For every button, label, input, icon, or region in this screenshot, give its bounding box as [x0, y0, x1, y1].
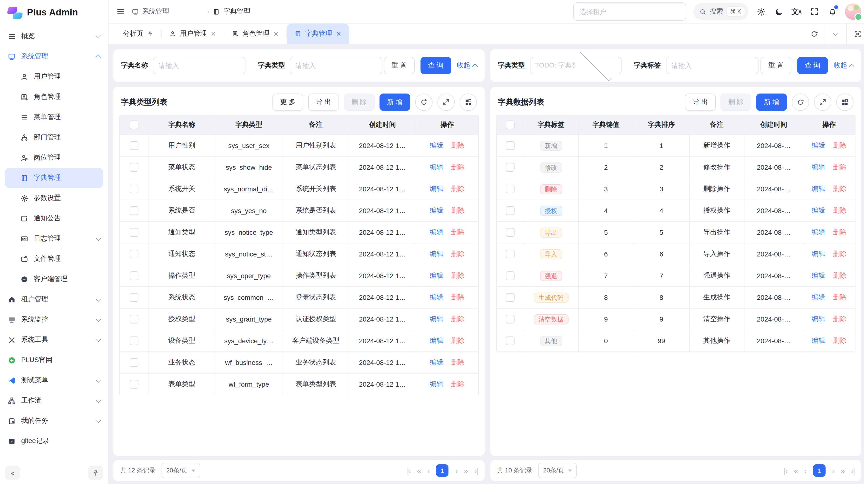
sidebar-item-system-management[interactable]: 系统管理: [0, 46, 108, 67]
sidebar-item-role-management[interactable]: 角色管理: [0, 87, 108, 107]
dict-label-input[interactable]: [666, 57, 758, 74]
edit-link[interactable]: 编辑: [812, 315, 825, 323]
row-checkbox[interactable]: [506, 293, 514, 302]
edit-link[interactable]: 编辑: [430, 228, 443, 237]
sidebar-item-system-tools[interactable]: 系统工具: [0, 330, 108, 350]
edit-link[interactable]: 编辑: [812, 206, 825, 215]
edit-link[interactable]: 编辑: [430, 206, 443, 215]
refresh-icon[interactable]: [415, 94, 432, 111]
row-checkbox[interactable]: [506, 141, 514, 150]
pin-icon[interactable]: [147, 31, 153, 37]
edit-link[interactable]: 编辑: [812, 293, 825, 302]
sidebar-item-menu-management[interactable]: 菜单管理: [0, 107, 108, 127]
close-icon[interactable]: ✕: [211, 30, 216, 37]
fast-prev-button[interactable]: «: [794, 466, 798, 475]
delete-link[interactable]: 删除: [833, 185, 846, 193]
sidebar-item-workflow[interactable]: 工作流: [0, 390, 108, 411]
row-checkbox[interactable]: [506, 315, 514, 323]
refresh-icon[interactable]: [792, 94, 809, 111]
prev-page-button[interactable]: ‹: [428, 466, 429, 475]
row-checkbox[interactable]: [130, 141, 138, 150]
row-checkbox[interactable]: [506, 271, 514, 280]
refresh-tab-icon[interactable]: [803, 24, 825, 44]
edit-link[interactable]: 编辑: [812, 228, 825, 237]
delete-link[interactable]: 删除: [833, 250, 846, 258]
edit-link[interactable]: 编辑: [812, 141, 825, 150]
sidebar-item-client-management[interactable]: ∞ 客户端管理: [0, 269, 108, 289]
delete-link[interactable]: 删除: [833, 315, 846, 323]
edit-link[interactable]: 编辑: [430, 293, 443, 302]
fast-next-button[interactable]: »: [841, 466, 845, 475]
tab-menu-chevron-icon[interactable]: [825, 24, 846, 44]
add-button[interactable]: 新 增: [756, 94, 787, 111]
sidebar-item-notice[interactable]: 通知公告: [0, 208, 108, 228]
sidebar-item-my-tasks[interactable]: 我的任务: [0, 411, 108, 431]
row-checkbox[interactable]: [506, 228, 514, 237]
row-checkbox[interactable]: [130, 271, 138, 280]
more-button[interactable]: 更 多: [273, 94, 303, 111]
sidebar-item-overview[interactable]: 概览: [0, 26, 108, 46]
row-checkbox[interactable]: [130, 228, 138, 237]
sidebar-item-user-management[interactable]: 用户管理: [0, 67, 108, 87]
delete-button[interactable]: 删 除: [720, 94, 751, 111]
sidebar-item-post-management[interactable]: 岗位管理: [0, 148, 108, 168]
add-button[interactable]: 新 增: [379, 94, 410, 111]
edit-link[interactable]: 编辑: [430, 250, 443, 258]
edit-link[interactable]: 编辑: [430, 185, 443, 193]
tab-role-management[interactable]: 角色管理 ✕: [224, 24, 286, 44]
pin-sidebar-button[interactable]: [88, 466, 103, 480]
fast-next-button[interactable]: »: [464, 466, 468, 475]
collapse-search-link[interactable]: 收起: [457, 61, 477, 70]
global-search[interactable]: 搜索 ⌘ K: [693, 3, 748, 20]
row-checkbox[interactable]: [130, 358, 138, 367]
first-page-button[interactable]: |‹: [784, 466, 787, 475]
expand-icon[interactable]: [814, 94, 831, 111]
user-avatar[interactable]: [845, 3, 861, 20]
edit-link[interactable]: 编辑: [430, 380, 443, 389]
sidebar-item-tenant-management[interactable]: 租户管理: [0, 289, 108, 310]
delete-link[interactable]: 删除: [833, 293, 846, 302]
row-checkbox[interactable]: [506, 185, 514, 193]
settings-gear-icon[interactable]: [756, 6, 766, 17]
edit-link[interactable]: 编辑: [812, 185, 825, 193]
prev-page-button[interactable]: ‹: [804, 466, 806, 475]
close-icon[interactable]: ✕: [273, 30, 279, 37]
tab-dict-management[interactable]: 字典管理 ✕: [287, 24, 349, 44]
sidebar-item-plus-website[interactable]: PLUS官网: [0, 350, 108, 370]
delete-link[interactable]: 删除: [833, 141, 846, 150]
collapse-sidebar-button[interactable]: «: [5, 466, 20, 480]
edit-link[interactable]: 编辑: [430, 141, 443, 150]
delete-link[interactable]: 删除: [451, 315, 465, 323]
reset-button[interactable]: 重 置: [383, 57, 414, 74]
edit-link[interactable]: 编辑: [812, 271, 825, 280]
dict-type-input[interactable]: [290, 57, 382, 74]
column-settings-icon[interactable]: [836, 94, 854, 111]
current-page-button[interactable]: 1: [436, 464, 449, 477]
hamburger-icon[interactable]: [115, 6, 126, 17]
delete-link[interactable]: 删除: [451, 293, 465, 302]
delete-link[interactable]: 删除: [833, 228, 846, 237]
edit-link[interactable]: 编辑: [812, 163, 825, 172]
column-settings-icon[interactable]: [459, 94, 477, 111]
select-all-checkbox[interactable]: [506, 121, 514, 129]
close-icon[interactable]: ✕: [336, 30, 341, 37]
sidebar-item-file-management[interactable]: 文件管理: [0, 249, 108, 269]
reset-button[interactable]: 重 置: [761, 57, 791, 74]
edit-link[interactable]: 编辑: [430, 358, 443, 367]
next-page-button[interactable]: ›: [456, 466, 457, 475]
delete-link[interactable]: 删除: [833, 206, 846, 215]
delete-link[interactable]: 删除: [451, 228, 465, 237]
notification-bell-icon[interactable]: [827, 6, 838, 17]
sidebar-item-param-settings[interactable]: 参数设置: [0, 188, 108, 208]
row-checkbox[interactable]: [130, 336, 138, 345]
sidebar-item-test-menu[interactable]: 测试菜单: [0, 370, 108, 390]
last-page-button[interactable]: ›|: [474, 466, 478, 475]
sidebar-item-log-management[interactable]: DEV 日志管理: [0, 228, 108, 249]
row-checkbox[interactable]: [130, 293, 138, 302]
tenant-select-input[interactable]: [573, 2, 686, 21]
sidebar-item-system-monitor[interactable]: 系统监控: [0, 310, 108, 330]
sidebar-item-dept-management[interactable]: 部门管理: [0, 127, 108, 148]
page-size-select[interactable]: 20条/页: [538, 463, 577, 478]
fast-prev-button[interactable]: «: [417, 466, 421, 475]
delete-link[interactable]: 删除: [451, 141, 465, 150]
